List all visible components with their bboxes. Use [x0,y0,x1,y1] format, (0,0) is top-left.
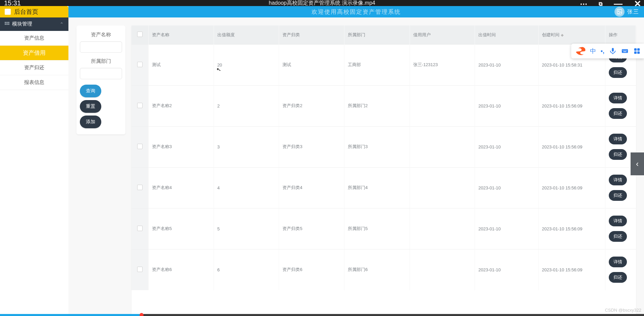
video-player-bar: 15:31 hadoop高校固定资产管理系统 演示录像.mp4 ⋯ ⧉ — ✕ [0,0,644,6]
row-checkbox[interactable] [137,62,143,67]
return-button[interactable]: 归还 [609,108,627,119]
detail-button[interactable]: 详情 [609,257,627,267]
svg-rect-14 [634,48,637,51]
svg-rect-15 [637,48,640,51]
more-icon[interactable]: ⋯ [580,0,587,8]
row-checkbox[interactable] [137,185,143,190]
cell-dept: 所属部门5 [344,208,410,249]
sidebar-group-label: 模块管理 [12,21,32,27]
sidebar-group-header[interactable]: 模块管理 ⌃ [0,17,68,31]
dept-input[interactable] [80,68,122,79]
sort-icon: ◆ [561,33,564,37]
cell-user [410,85,475,126]
detail-button[interactable]: 详情 [609,216,627,226]
cell-created: 2023-01-10 15:56:09 [538,208,605,249]
cell-cat: 资产归类3 [279,126,344,167]
home-tab[interactable]: 后台首页 [0,6,68,17]
content-area: 资产名称 所属部门 查询 重置 添加 资产名称 出借额度 [68,17,644,314]
cell-cat: 资产归类5 [279,208,344,249]
svg-rect-8 [622,49,628,53]
player-controls: ⋯ ⧉ — ✕ [580,0,641,9]
col-amount[interactable]: 出借额度 [214,26,279,44]
detail-button[interactable]: 详情 [609,134,627,144]
query-button[interactable]: 查询 [80,85,101,97]
svg-rect-13 [623,51,626,52]
cell-created: 2023-01-10 15:56:09 [538,126,605,167]
ime-lang[interactable]: 中 [590,47,596,55]
reset-button[interactable]: 重置 [80,100,101,113]
sidebar: 模块管理 ⌃ 资产信息 资产借用 资产归还 报表信息 [0,17,68,314]
detail-button[interactable]: 详情 [609,175,627,185]
add-button[interactable]: 添加 [80,116,101,128]
detail-button[interactable]: 详情 [609,93,627,103]
row-checkbox[interactable] [137,226,143,231]
cell-amount: 5 [214,208,279,249]
return-button[interactable]: 归还 [609,190,627,201]
user-name: 张三 [627,8,639,15]
cell-created: 2023-01-10 15:56:09 [538,85,605,126]
cell-name: 资产名称5 [149,208,214,249]
svg-point-1 [618,11,619,12]
sidebar-item-asset-return[interactable]: 资产归还 [0,60,68,75]
cell-dept: 所属部门4 [344,167,410,208]
pip-icon[interactable]: ⧉ [599,1,602,7]
sidebar-item-asset-borrow[interactable]: 资产借用 [0,46,68,60]
sidebar-item-report[interactable]: 报表信息 [0,75,68,90]
cell-name: 测试 [149,44,214,85]
side-drawer-handle[interactable]: ‹ [631,152,644,175]
grid-icon [5,22,9,27]
asset-name-input[interactable] [80,41,122,53]
cell-lend: 2023-01-10 [475,167,538,208]
player-time: 15:31 [0,0,21,7]
return-button[interactable]: 归还 [609,231,627,242]
return-button[interactable]: 归还 [609,67,627,78]
field-label-dept: 所属部门 [80,58,122,64]
cell-dept: 所属部门3 [344,126,410,167]
cell-amount: 20 [214,44,279,85]
col-dept[interactable]: 所属部门 [344,26,410,44]
apps-icon[interactable] [633,47,641,55]
cell-user: 张三-123123 [410,44,475,85]
watermark: CSDN @bscxy322 [605,308,641,313]
ime-punct-icon[interactable]: •, [601,48,604,55]
cell-lend: 2023-01-10 [475,126,538,167]
home-tab-label: 后台首页 [14,8,38,16]
data-table: 资产名称 出借额度 资产归类 所属部门 借用用户 出借时间 创建时间◆ 操作 测… [131,26,636,314]
svg-rect-7 [8,24,9,25]
return-button[interactable]: 归还 [609,272,627,283]
svg-rect-17 [637,51,640,54]
search-panel: 资产名称 所属部门 查询 重置 添加 [76,26,125,134]
cell-amount: 4 [214,167,279,208]
row-checkbox[interactable] [137,144,143,149]
table-row: 资产名称33资产归类3所属部门32023-01-102023-01-10 15:… [131,126,636,167]
player-title: hadoop高校固定资产管理系统 演示录像.mp4 [269,0,375,7]
cell-cat: 测试 [279,44,344,85]
top-banner: 欢迎使用高校固定资产管理系统 张三 [68,6,644,17]
row-checkbox[interactable] [137,267,143,272]
col-lend-time[interactable]: 出借时间 [475,26,538,44]
close-icon[interactable]: ✕ [634,0,641,9]
field-label-name: 资产名称 [80,32,122,38]
microphone-icon[interactable] [609,47,616,55]
minimize-icon[interactable]: — [614,0,623,9]
cell-cat: 资产归类4 [279,167,344,208]
return-button[interactable]: 归还 [609,149,627,160]
col-created[interactable]: 创建时间◆ [538,26,605,44]
svg-rect-11 [625,50,626,51]
table-row: 资产名称55资产归类5所属部门52023-01-102023-01-10 15:… [131,208,636,249]
col-category[interactable]: 资产归类 [279,26,344,44]
row-checkbox[interactable] [137,103,143,108]
col-checkbox[interactable] [131,26,149,44]
ime-toolbar[interactable]: 中 •, [571,44,644,58]
keyboard-icon[interactable] [621,47,629,55]
cell-dept: 工商部 [344,44,410,85]
table-header-row: 资产名称 出借额度 资产归类 所属部门 借用用户 出借时间 创建时间◆ 操作 [131,26,636,44]
table-row: 资产名称66资产归类6所属部门62023-01-102023-01-10 15:… [131,249,636,290]
video-progress-fill [0,314,142,316]
chevron-up-icon: ⌃ [60,21,64,27]
video-progress-bar[interactable] [0,314,644,316]
chevron-left-icon: ‹ [636,159,639,169]
sidebar-item-asset-info[interactable]: 资产信息 [0,31,68,46]
col-name[interactable]: 资产名称 [149,26,214,44]
col-user[interactable]: 借用用户 [410,26,475,44]
